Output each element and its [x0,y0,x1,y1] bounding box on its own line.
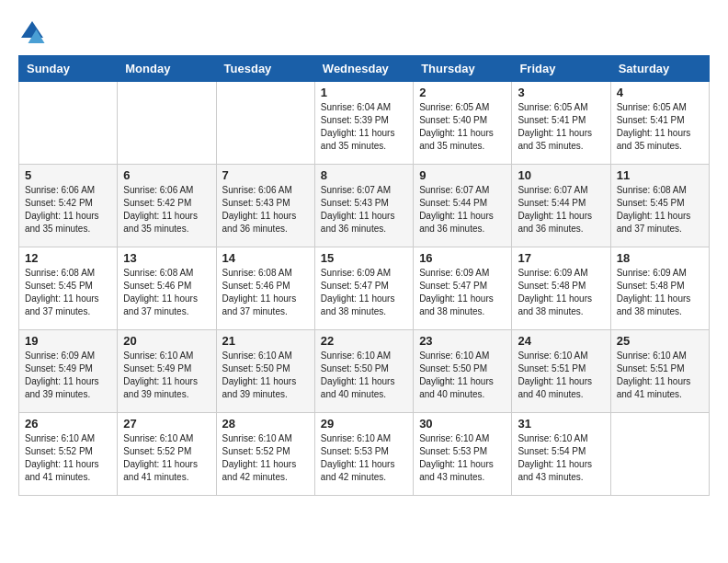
calendar-cell: 25Sunrise: 6:10 AM Sunset: 5:51 PM Dayli… [610,330,709,413]
day-number: 12 [25,251,111,265]
day-number: 17 [518,251,604,265]
day-of-week-wednesday: Wednesday [314,56,413,82]
day-info: Sunrise: 6:06 AM Sunset: 5:43 PM Dayligh… [222,184,309,236]
calendar-cell: 6Sunrise: 6:06 AM Sunset: 5:42 PM Daylig… [118,165,216,247]
day-number: 5 [25,168,111,182]
day-info: Sunrise: 6:08 AM Sunset: 5:46 PM Dayligh… [123,267,210,318]
day-info: Sunrise: 6:05 AM Sunset: 5:40 PM Dayligh… [419,101,506,153]
day-number: 24 [518,334,604,348]
day-info: Sunrise: 6:10 AM Sunset: 5:52 PM Dayligh… [25,432,111,484]
calendar-cell: 26Sunrise: 6:10 AM Sunset: 5:52 PM Dayli… [19,413,118,496]
day-info: Sunrise: 6:04 AM Sunset: 5:39 PM Dayligh… [321,101,407,153]
day-number: 3 [518,86,604,99]
day-info: Sunrise: 6:09 AM Sunset: 5:47 PM Dayligh… [321,267,407,318]
day-info: Sunrise: 6:10 AM Sunset: 5:52 PM Dayligh… [123,432,210,484]
calendar-cell: 21Sunrise: 6:10 AM Sunset: 5:50 PM Dayli… [216,330,314,413]
calendar-cell: 24Sunrise: 6:10 AM Sunset: 5:51 PM Dayli… [512,330,610,413]
calendar-cell: 29Sunrise: 6:10 AM Sunset: 5:53 PM Dayli… [314,413,413,496]
day-info: Sunrise: 6:10 AM Sunset: 5:53 PM Dayligh… [321,432,407,484]
logo-icon [18,18,46,46]
calendar-cell: 18Sunrise: 6:09 AM Sunset: 5:48 PM Dayli… [610,247,709,330]
calendar-cell: 28Sunrise: 6:10 AM Sunset: 5:52 PM Dayli… [216,413,314,496]
day-info: Sunrise: 6:10 AM Sunset: 5:52 PM Dayligh… [222,432,309,484]
calendar-cell: 31Sunrise: 6:10 AM Sunset: 5:54 PM Dayli… [512,413,610,496]
logo [18,18,50,46]
calendar-cell: 22Sunrise: 6:10 AM Sunset: 5:50 PM Dayli… [314,330,413,413]
day-number: 4 [617,86,703,99]
day-number: 20 [123,334,210,348]
day-info: Sunrise: 6:10 AM Sunset: 5:50 PM Dayligh… [222,350,309,401]
calendar-cell [610,413,709,496]
calendar-cell: 23Sunrise: 6:10 AM Sunset: 5:50 PM Dayli… [414,330,512,413]
calendar-cell: 7Sunrise: 6:06 AM Sunset: 5:43 PM Daylig… [216,165,314,247]
day-info: Sunrise: 6:10 AM Sunset: 5:53 PM Dayligh… [419,432,506,484]
svg-marker-0 [21,21,43,38]
day-number: 11 [617,168,703,182]
day-number: 8 [321,168,407,182]
calendar-cell: 2Sunrise: 6:05 AM Sunset: 5:40 PM Daylig… [414,82,512,165]
calendar-cell: 19Sunrise: 6:09 AM Sunset: 5:49 PM Dayli… [19,330,118,413]
day-number: 13 [123,251,210,265]
week-row-2: 12Sunrise: 6:08 AM Sunset: 5:45 PM Dayli… [19,247,710,330]
calendar-cell: 3Sunrise: 6:05 AM Sunset: 5:41 PM Daylig… [512,82,610,165]
week-row-0: 1Sunrise: 6:04 AM Sunset: 5:39 PM Daylig… [19,82,710,165]
day-info: Sunrise: 6:05 AM Sunset: 5:41 PM Dayligh… [617,101,703,153]
calendar-cell: 30Sunrise: 6:10 AM Sunset: 5:53 PM Dayli… [414,413,512,496]
day-of-week-monday: Monday [118,56,216,82]
day-of-week-sunday: Sunday [19,56,118,82]
day-info: Sunrise: 6:07 AM Sunset: 5:44 PM Dayligh… [518,184,604,236]
day-info: Sunrise: 6:08 AM Sunset: 5:45 PM Dayligh… [25,267,111,318]
calendar: SundayMondayTuesdayWednesdayThursdayFrid… [18,55,710,496]
day-number: 19 [25,334,111,348]
calendar-cell: 4Sunrise: 6:05 AM Sunset: 5:41 PM Daylig… [610,82,709,165]
calendar-cell: 20Sunrise: 6:10 AM Sunset: 5:49 PM Dayli… [118,330,216,413]
day-info: Sunrise: 6:06 AM Sunset: 5:42 PM Dayligh… [123,184,210,236]
day-number: 14 [222,251,309,265]
day-number: 18 [617,251,703,265]
calendar-cell: 1Sunrise: 6:04 AM Sunset: 5:39 PM Daylig… [314,82,413,165]
calendar-cell: 11Sunrise: 6:08 AM Sunset: 5:45 PM Dayli… [610,165,709,247]
day-number: 29 [321,417,407,431]
day-info: Sunrise: 6:10 AM Sunset: 5:50 PM Dayligh… [419,350,506,401]
calendar-cell: 9Sunrise: 6:07 AM Sunset: 5:44 PM Daylig… [414,165,512,247]
calendar-cell: 14Sunrise: 6:08 AM Sunset: 5:46 PM Dayli… [216,247,314,330]
day-number: 22 [321,334,407,348]
day-of-week-friday: Friday [512,56,610,82]
calendar-cell: 5Sunrise: 6:06 AM Sunset: 5:42 PM Daylig… [19,165,118,247]
day-info: Sunrise: 6:05 AM Sunset: 5:41 PM Dayligh… [518,101,604,153]
calendar-cell: 8Sunrise: 6:07 AM Sunset: 5:43 PM Daylig… [314,165,413,247]
day-of-week-thursday: Thursday [414,56,512,82]
day-info: Sunrise: 6:09 AM Sunset: 5:48 PM Dayligh… [518,267,604,318]
day-of-week-saturday: Saturday [610,56,709,82]
week-row-3: 19Sunrise: 6:09 AM Sunset: 5:49 PM Dayli… [19,330,710,413]
day-number: 28 [222,417,309,431]
day-info: Sunrise: 6:08 AM Sunset: 5:46 PM Dayligh… [222,267,309,318]
calendar-cell: 12Sunrise: 6:08 AM Sunset: 5:45 PM Dayli… [19,247,118,330]
calendar-cell [216,82,314,165]
calendar-cell: 13Sunrise: 6:08 AM Sunset: 5:46 PM Dayli… [118,247,216,330]
week-row-1: 5Sunrise: 6:06 AM Sunset: 5:42 PM Daylig… [19,165,710,247]
day-number: 30 [419,417,506,431]
day-number: 6 [123,168,210,182]
day-number: 15 [321,251,407,265]
calendar-header-row: SundayMondayTuesdayWednesdayThursdayFrid… [19,56,710,82]
day-of-week-tuesday: Tuesday [216,56,314,82]
day-info: Sunrise: 6:09 AM Sunset: 5:48 PM Dayligh… [617,267,703,318]
page-header [18,18,710,46]
day-number: 9 [419,168,506,182]
calendar-cell: 10Sunrise: 6:07 AM Sunset: 5:44 PM Dayli… [512,165,610,247]
calendar-cell: 15Sunrise: 6:09 AM Sunset: 5:47 PM Dayli… [314,247,413,330]
day-number: 1 [321,86,407,99]
calendar-cell [19,82,118,165]
day-info: Sunrise: 6:08 AM Sunset: 5:45 PM Dayligh… [617,184,703,236]
day-number: 27 [123,417,210,431]
day-number: 7 [222,168,309,182]
day-info: Sunrise: 6:09 AM Sunset: 5:47 PM Dayligh… [419,267,506,318]
day-number: 16 [419,251,506,265]
calendar-cell: 27Sunrise: 6:10 AM Sunset: 5:52 PM Dayli… [118,413,216,496]
day-info: Sunrise: 6:07 AM Sunset: 5:44 PM Dayligh… [419,184,506,236]
calendar-cell: 17Sunrise: 6:09 AM Sunset: 5:48 PM Dayli… [512,247,610,330]
day-number: 23 [419,334,506,348]
week-row-4: 26Sunrise: 6:10 AM Sunset: 5:52 PM Dayli… [19,413,710,496]
day-info: Sunrise: 6:10 AM Sunset: 5:54 PM Dayligh… [518,432,604,484]
